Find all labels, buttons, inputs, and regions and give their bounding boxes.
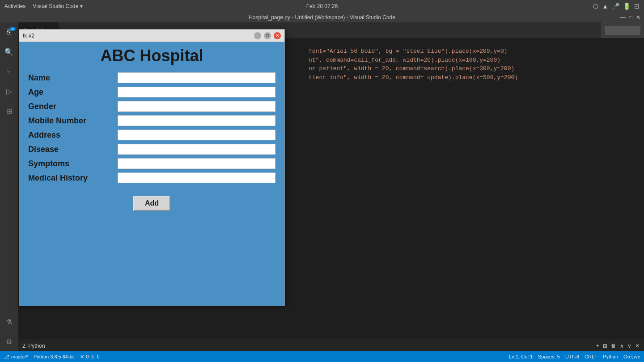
- python-label: Python 3.8.5 64-bit: [34, 354, 75, 359]
- git-icon: ⎇: [4, 354, 9, 360]
- tk-close-button[interactable]: ✕: [274, 32, 281, 39]
- files-icon[interactable]: ⎘ 3k: [3, 26, 15, 38]
- top-bar-left: Activities Visual Studio Code ▾: [4, 3, 83, 9]
- bottom-panel: 2: Python + ⊞ 🗑 ∧ ∨ ✕: [18, 340, 644, 351]
- tk-body: ABC Hospital Name Age Gender Mobile Numb…: [19, 42, 284, 306]
- status-bar: ⎇ master* Python 3.8.5 64-bit ✕ 0 ⚠ 0 Ln…: [0, 351, 644, 362]
- top-bar-right: ⬡ ▲ 🎤 🔋 ⊡: [593, 3, 640, 10]
- code-line-4: tient info", width = 20, command= update…: [309, 73, 644, 82]
- encoding-label[interactable]: UTF-8: [565, 354, 579, 359]
- code-text-4: tient info", width = 20, command= update…: [309, 74, 518, 81]
- error-icon: ✕: [80, 354, 84, 360]
- tk-window: tk #2 — □ ✕ ABC Hospital Name Age Gender…: [19, 29, 285, 306]
- git-branch[interactable]: ⎇ master*: [4, 354, 28, 360]
- status-right-items: Ln 1, Col 1 Spaces: 5 UTF-8 CRLF Python …: [509, 354, 640, 359]
- wifi-icon: ▲: [602, 3, 608, 10]
- symptoms-row: Symptoms: [28, 158, 275, 169]
- git-icon[interactable]: ⑂: [3, 65, 15, 78]
- avatar-placeholder: [605, 26, 640, 35]
- code-line-1: font="Ariel 50 bold", bg = "steel blue")…: [309, 47, 644, 56]
- system-top-bar: Activities Visual Studio Code ▾ Feb 28 0…: [0, 0, 644, 13]
- medical-history-input[interactable]: [118, 173, 275, 183]
- line-ending-label[interactable]: CRLF: [585, 354, 597, 359]
- tk-maximize-button[interactable]: □: [264, 32, 271, 39]
- symptoms-input[interactable]: [118, 158, 275, 169]
- address-label: Address: [28, 130, 118, 140]
- age-label: Age: [28, 88, 118, 97]
- symptoms-label: Symptoms: [28, 159, 118, 168]
- tk-titlebar: tk #2 — □ ✕: [19, 29, 284, 42]
- warning-icon: ⚠: [90, 354, 95, 360]
- tk-title: tk #2: [23, 33, 34, 39]
- name-label: Name: [28, 73, 118, 83]
- activity-bar: ⎘ 3k 🔍 ⑂ ▷ ⊞ ⚗ ⚙: [0, 22, 18, 351]
- address-row: Address: [28, 130, 275, 140]
- mobile-label: Mobile Number: [28, 116, 118, 126]
- split-terminal-button[interactable]: ⊞: [603, 343, 607, 349]
- disease-label: Disease: [28, 145, 118, 154]
- vscode-titlebar: Hospital_page.py - Untitled (Workspace) …: [0, 13, 644, 22]
- app-title: ABC Hospital: [100, 46, 203, 65]
- window-controls: — □ ✕: [620, 14, 640, 21]
- mobile-row: Mobile Number: [28, 115, 275, 126]
- close-button[interactable]: ✕: [636, 14, 640, 21]
- language-label[interactable]: Python: [603, 354, 618, 359]
- code-line-3: or patient", width = 20, command=search)…: [309, 64, 644, 73]
- gender-label: Gender: [28, 102, 118, 111]
- errors-number: 0: [86, 354, 89, 359]
- go-live-button[interactable]: Go Live: [623, 354, 640, 359]
- settings-icon[interactable]: ⚙: [3, 335, 15, 348]
- vscode-title-text: Hospital_page.py - Untitled (Workspace) …: [249, 14, 395, 21]
- vscode-label[interactable]: Visual Studio Code ▾: [33, 3, 82, 9]
- code-text-3: or patient", width = 20, command=search)…: [309, 65, 514, 72]
- address-input[interactable]: [118, 130, 275, 140]
- activities-label[interactable]: Activities: [4, 3, 25, 9]
- age-row: Age: [28, 87, 275, 97]
- add-button[interactable]: Add: [133, 196, 170, 211]
- name-input[interactable]: [118, 72, 275, 83]
- disease-input[interactable]: [118, 144, 275, 155]
- medical-history-row: Medical History: [28, 173, 275, 183]
- medical-history-label: Medical History: [28, 173, 118, 183]
- warnings-number: 0: [97, 354, 99, 359]
- errors-count[interactable]: ✕ 0 ⚠ 0: [80, 354, 99, 360]
- battery-icon: 🔋: [623, 3, 631, 10]
- mic-icon: 🎤: [612, 3, 619, 10]
- close-panel-button[interactable]: ✕: [635, 343, 640, 349]
- datetime-display: Feb 28 07:26: [306, 3, 338, 9]
- gender-row: Gender: [28, 101, 275, 112]
- python-version[interactable]: Python 3.8.5 64-bit: [34, 354, 75, 359]
- search-icon[interactable]: 🔍: [3, 46, 15, 58]
- name-row: Name: [28, 72, 275, 83]
- delete-terminal-button[interactable]: 🗑: [611, 343, 616, 349]
- code-line-2: nt", command=call_for_add, width=20).pla…: [309, 56, 644, 65]
- debug-icon[interactable]: ▷: [3, 85, 15, 97]
- collapse-up-button[interactable]: ∧: [620, 343, 624, 349]
- gender-input[interactable]: [118, 101, 275, 112]
- extensions-icon[interactable]: ⊞: [3, 105, 15, 117]
- minimize-button[interactable]: —: [620, 14, 626, 21]
- code-text-1: font="Ariel 50 bold", bg = "steel blue")…: [309, 48, 508, 55]
- collapse-down-button[interactable]: ∨: [627, 343, 631, 349]
- network-icon: ⬡: [593, 3, 598, 10]
- disease-row: Disease: [28, 144, 275, 155]
- display-icon: ⊡: [634, 3, 640, 10]
- add-terminal-button[interactable]: +: [596, 343, 599, 349]
- branch-name: master*: [11, 354, 28, 359]
- tk-minimize-button[interactable]: —: [254, 32, 261, 39]
- maximize-button[interactable]: □: [629, 14, 632, 21]
- code-text-2: nt", command=call_for_add, width=20).pla…: [309, 57, 500, 63]
- cursor-position[interactable]: Ln 1, Col 1: [509, 354, 533, 359]
- panel-controls: + ⊞ 🗑 ∧ ∨ ✕: [596, 343, 640, 349]
- spaces-label[interactable]: Spaces: 5: [538, 354, 560, 359]
- code-content: font="Ariel 50 bold", bg = "steel blue")…: [309, 47, 644, 82]
- flask-icon[interactable]: ⚗: [3, 316, 15, 328]
- mobile-input[interactable]: [118, 115, 275, 126]
- tk-window-controls: — □ ✕: [254, 32, 281, 39]
- age-input[interactable]: [118, 87, 275, 97]
- terminal-label: 2: Python: [22, 343, 45, 349]
